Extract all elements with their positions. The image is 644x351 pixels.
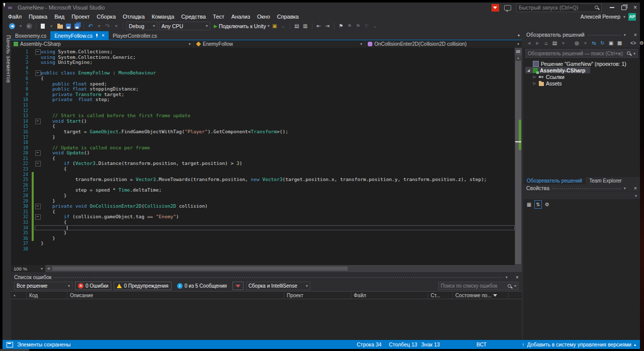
forward-icon[interactable]: ► bbox=[534, 39, 541, 47]
title-grip[interactable] bbox=[552, 188, 621, 189]
zoom-dropdown[interactable]: 100 % ▾ bbox=[11, 265, 45, 272]
source-dropdown[interactable]: Сборка и IntelliSense▾ bbox=[246, 282, 310, 290]
code-line-25[interactable]: 25 transform.position = Vector3.MoveTowa… bbox=[11, 177, 515, 183]
fold-collapse-icon[interactable]: − bbox=[35, 161, 41, 166]
toolbar-overflow-icon[interactable]: ⌄ bbox=[280, 22, 287, 30]
uncomment-icon[interactable]: ▥ bbox=[302, 22, 309, 30]
menu-item-Правка[interactable]: Правка bbox=[25, 14, 51, 20]
home-icon[interactable]: ⌂ bbox=[543, 39, 549, 47]
bookmark-next-icon[interactable]: ⚑ bbox=[355, 22, 362, 30]
code-line-5[interactable]: 5−public class EnemyFollow : MonoBehavio… bbox=[11, 70, 515, 76]
member-dropdown[interactable]: OnCollisionEnter2D(Collision2D collision… bbox=[365, 40, 522, 48]
tab-PlayerController.cs[interactable]: PlayerController.cs bbox=[109, 31, 161, 40]
property-pages-icon[interactable]: ⚙ bbox=[544, 201, 550, 208]
nest-files-icon[interactable]: ▣ bbox=[608, 39, 614, 47]
menu-item-Проект[interactable]: Проект bbox=[68, 14, 93, 20]
menu-item-Файл[interactable]: Файл bbox=[5, 14, 25, 20]
configuration-dropdown[interactable]: Debug▾ bbox=[126, 22, 157, 30]
redo-icon[interactable]: ↷ bbox=[104, 22, 111, 30]
code-editor[interactable]: 1−using System.Collections;2using System… bbox=[11, 48, 515, 265]
run-button[interactable]: ▶ Подключить к Unity ▾ bbox=[214, 22, 270, 30]
code-line-36[interactable]: 36 } bbox=[11, 236, 515, 241]
sync-with-active-document-icon[interactable]: ⇆ bbox=[591, 39, 597, 47]
save-icon[interactable] bbox=[65, 22, 72, 30]
window-menu-chevron-icon[interactable]: ▾ bbox=[506, 275, 508, 280]
menu-item-Окно[interactable]: Окно bbox=[254, 14, 274, 20]
minimize-button[interactable] bbox=[610, 7, 614, 8]
scroll-left-icon[interactable]: ◀ bbox=[45, 267, 51, 271]
column-header-Состояние-по-[interactable]: Состояние по... bbox=[452, 292, 508, 299]
indent-decrease-icon[interactable]: ⇤ bbox=[315, 22, 323, 30]
code-line-30[interactable]: 30− private void OnCollisionEnter2D(Coll… bbox=[11, 204, 515, 209]
code-line-16[interactable]: 16 target = GameObject.FindGameObjectWit… bbox=[11, 129, 515, 135]
open-file-icon[interactable] bbox=[56, 22, 63, 30]
refresh-icon[interactable]: ↻ bbox=[599, 39, 606, 47]
tab-EnemyFollow.cs[interactable]: EnemyFollow.cs× bbox=[50, 31, 109, 40]
menu-item-Вид[interactable]: Вид bbox=[51, 14, 68, 20]
fold-margin[interactable]: − bbox=[35, 119, 41, 124]
column-header-Код[interactable]: Код bbox=[26, 292, 67, 299]
menu-item-Справка[interactable]: Справка bbox=[274, 14, 302, 20]
fold-collapse-icon[interactable]: − bbox=[35, 70, 41, 76]
properties-icon[interactable]: ⚙ bbox=[638, 39, 644, 47]
save-all-icon[interactable] bbox=[73, 22, 80, 30]
fold-margin[interactable]: − bbox=[35, 150, 41, 156]
alphabetical-icon[interactable]: ⇅ bbox=[534, 200, 542, 209]
window-menu-chevron-icon[interactable]: ▾ bbox=[624, 33, 626, 37]
split-window-handle[interactable] bbox=[515, 48, 522, 55]
code-line-22[interactable]: 22− if (Vector3.Distance(transform.posit… bbox=[11, 161, 515, 166]
close-button[interactable]: × bbox=[633, 5, 637, 10]
restore-button[interactable] bbox=[621, 6, 626, 10]
messages-filter-button[interactable]: i 0 из 5 Сообщения bbox=[174, 282, 230, 290]
indent-increase-icon[interactable]: ⇥ bbox=[324, 22, 331, 30]
window-menu-chevron-icon[interactable]: ▾ bbox=[624, 186, 626, 191]
scroll-up-icon[interactable]: ▲ bbox=[515, 55, 522, 60]
undo-icon[interactable]: ↶ bbox=[87, 22, 94, 30]
fold-margin[interactable]: − bbox=[35, 214, 41, 220]
collapsed-arrow-icon[interactable]: ▷ bbox=[532, 81, 537, 85]
code-line-23[interactable]: 23 { bbox=[11, 166, 515, 172]
tree-item-Ссылки[interactable]: ▷Ссылки bbox=[523, 73, 640, 80]
code-line-11[interactable]: 11 bbox=[11, 103, 515, 108]
redo-chevron-icon[interactable]: ▾ bbox=[113, 22, 120, 30]
code-line-38[interactable]: 38 bbox=[11, 246, 515, 252]
fold-collapse-icon[interactable]: − bbox=[35, 214, 41, 220]
horizontal-scrollbar[interactable]: ◀ bbox=[45, 265, 522, 272]
column-header-Описание[interactable]: Описание bbox=[67, 292, 284, 299]
title-grip[interactable] bbox=[588, 35, 621, 36]
close-panel-icon[interactable]: × bbox=[516, 274, 519, 280]
project-dropdown[interactable]: Assembly-CSharp ▾ bbox=[11, 40, 194, 48]
scrollbar-thumb[interactable] bbox=[515, 61, 521, 264]
view-code-icon[interactable]: <> bbox=[630, 39, 636, 47]
vertical-scrollbar[interactable]: ▲ bbox=[515, 48, 522, 265]
fold-collapse-icon[interactable]: − bbox=[35, 150, 41, 156]
user-chevron-icon[interactable]: ▾ bbox=[623, 15, 625, 19]
back-icon[interactable]: ◄ bbox=[526, 39, 532, 47]
error-list-body[interactable] bbox=[11, 299, 522, 340]
close-panel-icon[interactable]: × bbox=[634, 32, 637, 38]
menu-item-Средства[interactable]: Средства bbox=[178, 14, 209, 20]
document-list-chevron-icon[interactable]: ▾ bbox=[518, 31, 522, 40]
column-header-Файл[interactable]: Файл bbox=[351, 292, 428, 299]
expanded-arrow-icon[interactable]: ◢ bbox=[526, 68, 531, 72]
categorized-icon[interactable]: ▦ bbox=[526, 201, 532, 208]
code-line-34[interactable]: 34 bbox=[11, 225, 515, 231]
toolbar-overflow2-icon[interactable]: ⌄ bbox=[372, 22, 379, 30]
switch-views-chevron-icon[interactable]: ▾ bbox=[560, 39, 567, 47]
add-to-source-control-button[interactable]: ↑ Добавить в систему управления версиями… bbox=[522, 341, 636, 347]
column-header-Проект[interactable]: Проект bbox=[284, 292, 351, 299]
filter-chevron-icon[interactable]: ▾ bbox=[582, 39, 589, 47]
bookmark-icon[interactable]: ⚑ bbox=[338, 22, 345, 30]
properties-object-dropdown[interactable]: ▾ bbox=[523, 192, 640, 199]
menu-item-Отладка[interactable]: Отладка bbox=[119, 14, 148, 20]
bookmark-clear-icon[interactable]: ⚐ bbox=[363, 22, 370, 30]
pending-changes-filter-icon[interactable]: ◎ bbox=[574, 39, 580, 47]
menu-item-Команда[interactable]: Команда bbox=[148, 14, 178, 20]
fold-margin[interactable]: − bbox=[35, 204, 41, 209]
fold-margin[interactable]: − bbox=[35, 70, 41, 76]
tab-Boxenemy.cs[interactable]: Boxenemy.cs bbox=[11, 31, 50, 40]
fold-collapse-icon[interactable]: − bbox=[35, 119, 41, 124]
code-line-3[interactable]: 3using UnityEngine; bbox=[11, 60, 515, 65]
user-name[interactable]: Алексей Реннер bbox=[581, 14, 620, 20]
menu-item-Анализ[interactable]: Анализ bbox=[228, 14, 254, 20]
